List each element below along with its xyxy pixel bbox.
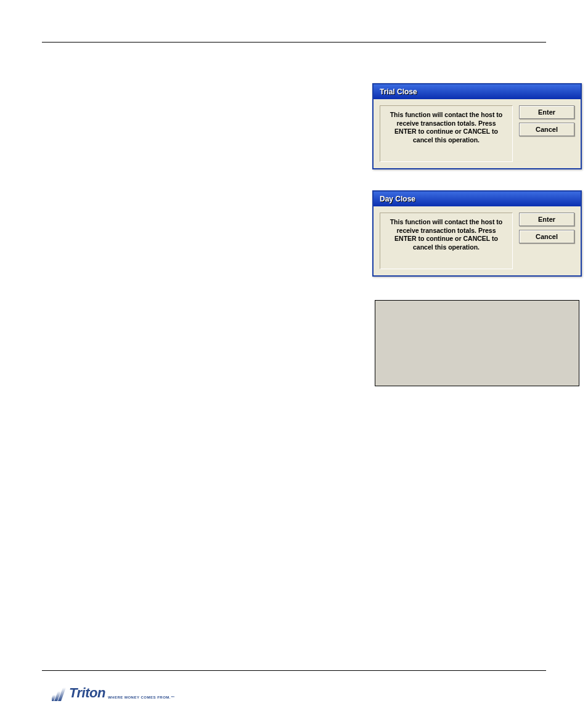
cancel-button[interactable]: Cancel xyxy=(519,230,574,243)
enter-button[interactable]: Enter xyxy=(519,213,574,226)
dialog-trial-close: Trial Close This function will contact t… xyxy=(372,83,582,169)
dialog-body: This function will contact the host to r… xyxy=(374,99,581,168)
dialog-message: This function will contact the host to r… xyxy=(380,105,513,162)
content-area: Trial Close This function will contact t… xyxy=(42,43,546,659)
footer-logo: Triton WHERE MONEY COMES FROM.™ xyxy=(52,685,174,701)
dialog-button-group: Enter Cancel xyxy=(519,213,574,243)
dialog-title: Day Close xyxy=(374,192,581,206)
dialog-day-close: Day Close This function will contact the… xyxy=(372,190,582,277)
logo-bars-icon xyxy=(52,685,68,701)
cancel-button[interactable]: Cancel xyxy=(519,123,574,136)
page: Trial Close This function will contact t… xyxy=(0,0,588,659)
logo-tagline: WHERE MONEY COMES FROM.™ xyxy=(108,696,175,699)
enter-button[interactable]: Enter xyxy=(519,105,574,119)
logo-brand-text: Triton xyxy=(69,685,105,701)
dialog-button-group: Enter Cancel xyxy=(519,105,574,136)
bottom-rule xyxy=(42,670,546,671)
dialog-message: This function will contact the host to r… xyxy=(380,213,513,269)
dialog-title: Trial Close xyxy=(374,84,581,99)
placeholder-box xyxy=(375,300,579,386)
dialog-body: This function will contact the host to r… xyxy=(374,206,581,275)
